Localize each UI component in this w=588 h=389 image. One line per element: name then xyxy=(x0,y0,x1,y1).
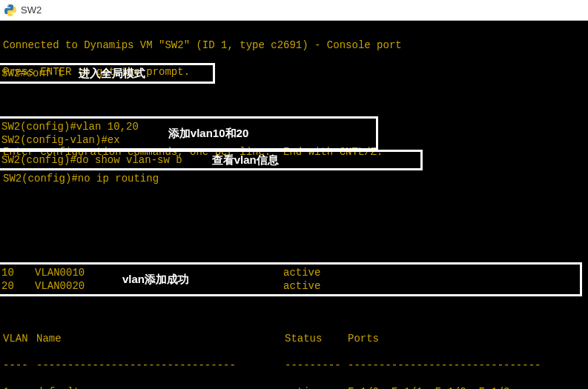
console-line: SW2(config)#no ip routing xyxy=(3,172,585,185)
callout-cmd: SW2(config)#do show vlan-sw b xyxy=(0,154,182,166)
dash: -------------------------------- xyxy=(36,359,285,372)
vlan-table-divider: ----------------------------------------… xyxy=(3,359,585,372)
vlan-status: active xyxy=(282,279,320,293)
annotation-callout: SW2#conf t 进入全局模式 xyxy=(0,63,215,84)
vlan-table-header: VLANNameStatusPorts xyxy=(3,332,585,345)
col-name: Name xyxy=(36,332,285,345)
dash: ------------------------------- xyxy=(348,359,585,372)
vlan-name: VLAN0010 xyxy=(33,266,108,279)
svg-point-1 xyxy=(12,14,13,16)
col-ports: Ports xyxy=(348,332,585,345)
vlan-id: 20 xyxy=(0,279,33,293)
annotation-callout: SW2(config)#vlan 10,20 SW2(config-vlan)#… xyxy=(0,116,378,150)
annotation-callout: 10VLAN0010 20VLAN0020 vlan添加成功 active ac… xyxy=(0,262,582,296)
svg-point-0 xyxy=(7,5,9,7)
window-titlebar: SW2 xyxy=(0,0,588,21)
python-icon xyxy=(4,4,16,16)
window-title: SW2 xyxy=(21,4,42,16)
callout-label: 添加vlan10和20 xyxy=(168,127,248,141)
table-row: 1defaultactiveFa1/0, Fa1/1, Fa1/2, Fa1/3 xyxy=(3,385,585,389)
console-line xyxy=(3,305,585,319)
callout-label: vlan添加成功 xyxy=(122,273,189,287)
callout-cmd: SW2#conf t xyxy=(0,67,64,79)
vlan-id: 1 xyxy=(3,385,36,389)
col-vlan: VLAN xyxy=(3,332,36,345)
callout-cmd: SW2(config)#vlan 10,20 xyxy=(0,120,139,133)
vlan-id: 10 xyxy=(0,266,33,279)
dash: ---- xyxy=(3,359,36,372)
callout-label: 进入全局模式 xyxy=(79,67,145,81)
dash: --------- xyxy=(285,359,348,372)
callout-cmd: SW2(config-vlan)#ex xyxy=(0,133,139,147)
console-line: Connected to Dynamips VM "SW2" (ID 1, ty… xyxy=(3,39,585,52)
annotation-callout: SW2(config)#do show vlan-sw b 查看vlan信息 xyxy=(0,150,423,170)
console-line xyxy=(3,225,585,239)
vlan-status: active xyxy=(285,385,348,389)
vlan-name: VLAN0020 xyxy=(33,279,108,293)
col-status: Status xyxy=(285,332,348,345)
console-line xyxy=(3,92,585,105)
vlan-status: active xyxy=(282,266,320,279)
vlan-ports: Fa1/0, Fa1/1, Fa1/2, Fa1/3 xyxy=(348,385,585,389)
callout-label: 查看vlan信息 xyxy=(212,153,279,167)
console-line xyxy=(3,199,585,212)
vlan-name: default xyxy=(36,385,285,389)
